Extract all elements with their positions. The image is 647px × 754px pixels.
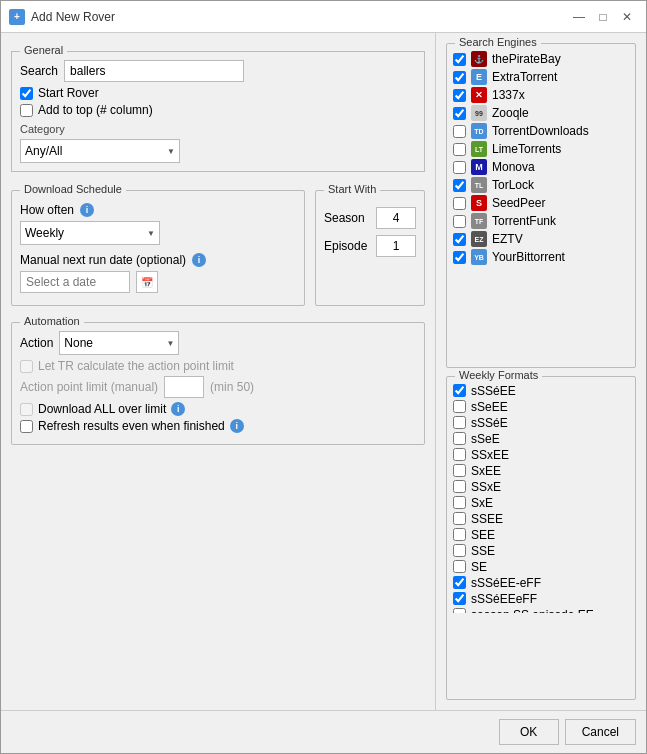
season-input[interactable] (376, 207, 416, 229)
format-checkbox-ssseeeff[interactable] (453, 592, 466, 605)
episode-input[interactable] (376, 235, 416, 257)
tr-calculate-label: Let TR calculate the action point limit (38, 359, 234, 373)
engine-icon-monova: M (471, 159, 487, 175)
format-checkbox-season-ss-ep-ee[interactable] (453, 608, 466, 613)
format-checkbox-ssseee-eff[interactable] (453, 576, 466, 589)
engine-name-torrentfunk: TorrentFunk (492, 214, 556, 228)
format-name-sssee: sSSéE (471, 416, 508, 430)
format-item-ssseee-eff: sSSéEE-eFF (453, 575, 629, 591)
general-label: General (20, 44, 67, 56)
format-name-sxee: SxEE (471, 464, 501, 478)
engine-item-zooqle: 99 Zooqle (453, 104, 629, 122)
engine-icon-yourbittorrent: YB (471, 249, 487, 265)
engine-item-extratorrents: E ExtraTorrent (453, 68, 629, 86)
download-all-info-icon[interactable]: i (171, 402, 185, 416)
engine-name-limetorrents: LimeTorrents (492, 142, 561, 156)
engine-checkbox-eztv[interactable] (453, 233, 466, 246)
format-item-sxe: SxE (453, 495, 629, 511)
format-checkbox-sxee[interactable] (453, 464, 466, 477)
engine-name-yourbittorrent: YourBittorrent (492, 250, 565, 264)
minimize-button[interactable]: — (568, 7, 590, 27)
engine-checkbox-torrentfunk[interactable] (453, 215, 466, 228)
search-engines-group: Search Engines ⚓ thePirateBay E ExtraTor… (446, 43, 636, 368)
engine-checkbox-monova[interactable] (453, 161, 466, 174)
format-checkbox-sxe[interactable] (453, 496, 466, 509)
right-panel: Search Engines ⚓ thePirateBay E ExtraTor… (436, 33, 646, 710)
format-checkbox-sseee[interactable] (453, 400, 466, 413)
search-input[interactable] (64, 60, 244, 82)
close-button[interactable]: ✕ (616, 7, 638, 27)
format-name-ssxe: SSxE (471, 480, 501, 494)
format-checkbox-se[interactable] (453, 560, 466, 573)
engine-checkbox-seedpeer[interactable] (453, 197, 466, 210)
start-rover-checkbox[interactable] (20, 87, 33, 100)
engine-checkbox-extratorrents[interactable] (453, 71, 466, 84)
refresh-checkbox[interactable] (20, 420, 33, 433)
format-checkbox-ssee2[interactable] (453, 512, 466, 525)
add-to-top-checkbox[interactable] (20, 104, 33, 117)
format-checkbox-sse[interactable] (453, 544, 466, 557)
window-icon: + (9, 9, 25, 25)
date-picker-button[interactable]: 📅 (136, 271, 158, 293)
left-panel: General Search Start Rover Add to top (#… (1, 33, 436, 710)
engine-checkbox-yourbittorrent[interactable] (453, 251, 466, 264)
action-select[interactable]: None Move Copy Delete (59, 331, 179, 355)
engines-list: ⚓ thePirateBay E ExtraTorrent ✕ 1337x (453, 50, 629, 361)
maximize-button[interactable]: □ (592, 7, 614, 27)
tr-calculate-checkbox[interactable] (20, 360, 33, 373)
format-name-ssseee-eff: sSSéEE-eFF (471, 576, 541, 590)
format-name-see: SEE (471, 528, 495, 542)
cancel-button[interactable]: Cancel (565, 719, 636, 745)
format-item-season-ss-ep-ee: season SS episode EE (453, 607, 629, 613)
download-all-checkbox[interactable] (20, 403, 33, 416)
format-item-ssseee: sSSéEE (453, 383, 629, 399)
how-often-info-icon[interactable]: i (80, 203, 94, 217)
action-label: Action (20, 336, 53, 350)
engine-icon-torrentdownloads: TD (471, 123, 487, 139)
download-section: Download Schedule How often i Weekly Dai… (11, 190, 425, 306)
engine-checkbox-thepiratebay[interactable] (453, 53, 466, 66)
manual-date-info-icon[interactable]: i (192, 253, 206, 267)
action-wrapper: None Move Copy Delete (59, 331, 179, 355)
engine-name-extratorrents: ExtraTorrent (492, 70, 557, 84)
bottom-bar: OK Cancel (1, 710, 646, 753)
format-checkbox-ssee[interactable] (453, 432, 466, 445)
format-checkbox-ssxe[interactable] (453, 480, 466, 493)
format-item-ssee: sSeE (453, 431, 629, 447)
format-item-sseee: sSeEE (453, 399, 629, 415)
ok-button[interactable]: OK (499, 719, 559, 745)
add-new-rover-window: + Add New Rover — □ ✕ General Search Sta… (0, 0, 647, 754)
window-controls: — □ ✕ (568, 7, 638, 27)
category-select[interactable]: Any/All Movies TV Music Games Software B… (20, 139, 180, 163)
format-item-sse: SSE (453, 543, 629, 559)
format-item-sssee: sSSéE (453, 415, 629, 431)
engine-checkbox-1337x[interactable] (453, 89, 466, 102)
engine-checkbox-limetorrents[interactable] (453, 143, 466, 156)
engine-checkbox-torrentdownloads[interactable] (453, 125, 466, 138)
download-schedule-group: Download Schedule How often i Weekly Dai… (11, 190, 305, 306)
date-input[interactable] (20, 271, 130, 293)
action-point-input[interactable] (164, 376, 204, 398)
frequency-select[interactable]: Weekly Daily Monthly Hourly (20, 221, 160, 245)
engine-checkbox-zooqle[interactable] (453, 107, 466, 120)
format-checkbox-ssxee[interactable] (453, 448, 466, 461)
window-title: Add New Rover (31, 10, 568, 24)
engine-name-torrentdownloads: TorrentDownloads (492, 124, 589, 138)
action-row: Action None Move Copy Delete (20, 331, 416, 355)
category-wrapper: Any/All Movies TV Music Games Software B… (20, 139, 180, 163)
calendar-icon: 📅 (141, 277, 153, 288)
engine-checkbox-torlock[interactable] (453, 179, 466, 192)
engine-icon-seedpeer: S (471, 195, 487, 211)
episode-row: Episode (324, 235, 416, 257)
date-input-row: 📅 (20, 271, 296, 293)
format-item-se: SE (453, 559, 629, 575)
format-checkbox-see[interactable] (453, 528, 466, 541)
format-checkbox-ssseee[interactable] (453, 384, 466, 397)
refresh-info-icon[interactable]: i (230, 419, 244, 433)
manual-date-row: Manual next run date (optional) i (20, 253, 296, 267)
engine-icon-torrentfunk: TF (471, 213, 487, 229)
format-checkbox-sssee[interactable] (453, 416, 466, 429)
format-name-sxe: SxE (471, 496, 493, 510)
category-group: Category Any/All Movies TV Music Games S… (20, 123, 416, 163)
format-item-ssseeeff: sSSéEEeFF (453, 591, 629, 607)
